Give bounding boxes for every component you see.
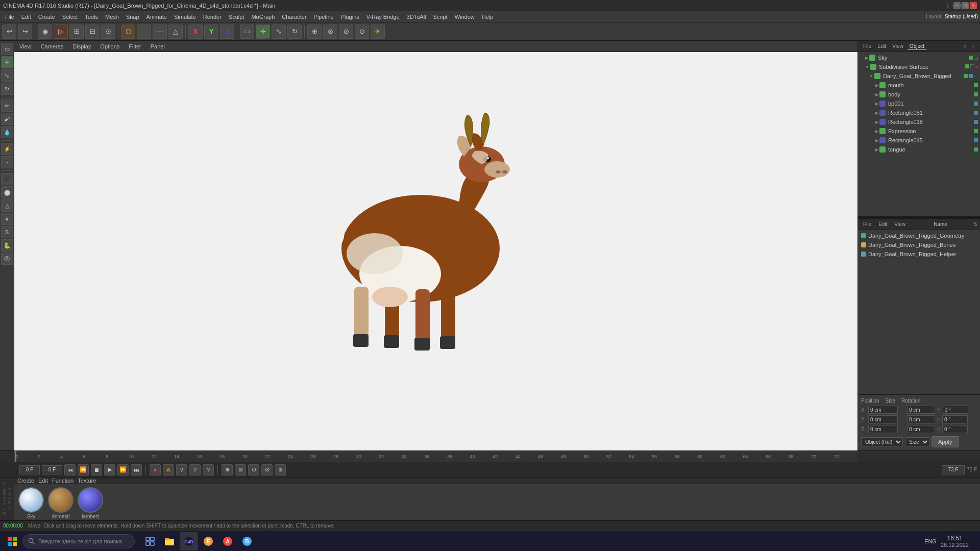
snap-button[interactable]: ⊕ bbox=[307, 24, 322, 39]
render-anim-button[interactable]: ⊟ bbox=[85, 24, 100, 39]
edge-mode-button[interactable]: — bbox=[153, 24, 167, 39]
lt-move-btn[interactable]: ✛ bbox=[1, 56, 13, 68]
lt-scale-btn[interactable]: ⤡ bbox=[1, 69, 13, 82]
scene-panel-icon-1[interactable]: ≡ bbox=[962, 43, 969, 50]
taskview-app[interactable] bbox=[141, 532, 159, 550]
notification-btn[interactable] bbox=[973, 532, 976, 550]
timeline-ruler[interactable]: 0 2 4 6 8 10 12 14 16 18 20 22 24 26 28 … bbox=[14, 451, 857, 462]
workplane-button[interactable]: ⊘ bbox=[339, 24, 353, 39]
menu-character[interactable]: Character bbox=[279, 13, 309, 21]
vp-menu-panel[interactable]: Panel bbox=[149, 42, 167, 51]
file-item-geometry[interactable]: Dairy_Goat_Brown_Rigged_Geometry bbox=[859, 231, 979, 240]
pb-btn-10[interactable]: ⊙ bbox=[248, 464, 259, 475]
tree-item-rect045[interactable]: ▶ Rectangle045 bbox=[859, 136, 979, 145]
menu-mograph[interactable]: MoGraph bbox=[248, 13, 278, 21]
menu-script[interactable]: Script bbox=[430, 13, 451, 21]
redo-button[interactable]: ↪ bbox=[18, 24, 32, 39]
menu-tools[interactable]: Tools bbox=[82, 13, 101, 21]
pb-btn-8[interactable]: ⊕ bbox=[222, 464, 233, 475]
lt-select-btn[interactable]: ▭ bbox=[1, 43, 13, 55]
menu-3dtoall[interactable]: 3DToAll bbox=[404, 13, 429, 21]
lt-sphere-btn[interactable]: ⬤ bbox=[1, 186, 13, 198]
menu-mesh[interactable]: Mesh bbox=[102, 13, 122, 21]
file-item-bones[interactable]: Dairy_Goat_Brown_Rigged_Bones bbox=[859, 240, 979, 249]
mat-menu-edit[interactable]: Edit bbox=[38, 478, 48, 484]
files-tab-edit[interactable]: Edit bbox=[876, 221, 889, 228]
subdiv-vis[interactable] bbox=[970, 64, 974, 68]
menu-window[interactable]: Window bbox=[452, 13, 478, 21]
size-x-input[interactable] bbox=[907, 406, 935, 414]
lambert-swatch[interactable] bbox=[78, 487, 103, 513]
size-z-input[interactable] bbox=[907, 425, 935, 433]
lt-cube-btn[interactable]: ⬛ bbox=[1, 173, 13, 185]
lt-python-btn[interactable]: 🐍 bbox=[1, 239, 13, 252]
vp-menu-filter[interactable]: Filter bbox=[127, 42, 143, 51]
menu-edit[interactable]: Edit bbox=[18, 13, 34, 21]
tree-item-rect018[interactable]: ▶ Rectangle018 bbox=[859, 117, 979, 127]
render-button[interactable]: ▷ bbox=[54, 24, 68, 39]
material-lambert[interactable]: lambert bbox=[78, 487, 103, 519]
lt-morph-btn[interactable]: ⓪ bbox=[1, 253, 13, 265]
menu-pipeline[interactable]: Pipeline bbox=[311, 13, 337, 21]
lt-bezier-btn[interactable]: S bbox=[1, 226, 13, 238]
explorer-app[interactable] bbox=[160, 532, 179, 550]
files-tab-view[interactable]: View bbox=[892, 221, 908, 228]
menu-create[interactable]: Create bbox=[35, 13, 58, 21]
lt-eyedrop-btn[interactable]: 💧 bbox=[1, 126, 13, 138]
app-5[interactable]: E bbox=[199, 532, 217, 550]
pos-z-input[interactable] bbox=[868, 425, 898, 433]
lt-smooth-btn[interactable]: ~ bbox=[1, 156, 13, 168]
frame-current-input[interactable] bbox=[42, 465, 62, 474]
start-button[interactable] bbox=[4, 533, 20, 549]
app-6[interactable]: A bbox=[218, 532, 237, 550]
pb-btn-6[interactable]: ? bbox=[189, 464, 201, 475]
tree-item-tongue[interactable]: ▶ tongue bbox=[859, 145, 979, 154]
z-axis-button[interactable]: Z bbox=[220, 24, 234, 39]
object-mode-button[interactable]: ⬡ bbox=[121, 24, 135, 39]
menu-render[interactable]: Render bbox=[200, 13, 225, 21]
app-7[interactable]: B bbox=[238, 532, 256, 550]
move-tool-button[interactable]: ✛ bbox=[256, 24, 270, 39]
vp-menu-view[interactable]: View bbox=[17, 42, 34, 51]
tree-item-expression[interactable]: ▶ Expression bbox=[859, 127, 979, 136]
tree-item-bp001[interactable]: ▶ bp001 bbox=[859, 99, 979, 108]
scene-panel-icon-2[interactable]: + bbox=[970, 43, 977, 50]
rot-h-input[interactable] bbox=[943, 406, 968, 414]
file-item-helper[interactable]: Dairy_Goat_Brown_Rigged_Helper bbox=[859, 249, 979, 259]
play-stop-btn[interactable]: ⏹ bbox=[91, 464, 102, 475]
play-begin-btn[interactable]: ⏮ bbox=[64, 464, 76, 475]
coords-button[interactable]: ⊙ bbox=[355, 24, 369, 39]
lt-pen-btn[interactable]: ✏ bbox=[1, 99, 13, 112]
scene-tab-object[interactable]: Object bbox=[908, 43, 926, 50]
record-btn[interactable]: ● bbox=[150, 464, 161, 475]
pb-btn-11[interactable]: ⊘ bbox=[261, 464, 273, 475]
play-play-btn[interactable]: ▶ bbox=[104, 464, 115, 475]
menu-animate[interactable]: Animate bbox=[143, 13, 170, 21]
mat-menu-texture[interactable]: Texture bbox=[78, 478, 96, 484]
point-mode-button[interactable]: · bbox=[137, 24, 151, 39]
scene-tab-file[interactable]: File bbox=[861, 43, 873, 49]
tree-item-body[interactable]: ▶ body bbox=[859, 90, 979, 99]
pb-btn-12[interactable]: ⊛ bbox=[275, 464, 286, 475]
light-button[interactable]: ☀ bbox=[371, 24, 385, 39]
menu-select[interactable]: Select bbox=[59, 13, 81, 21]
vp-menu-cameras[interactable]: Cameras bbox=[39, 42, 66, 51]
render-settings-button[interactable]: ⊙ bbox=[101, 24, 115, 39]
subdiv-close[interactable]: × bbox=[975, 64, 978, 69]
mat-menu-create[interactable]: Create bbox=[17, 478, 34, 484]
tree-item-subdivision[interactable]: ▼ Subdivision Surface × bbox=[859, 62, 979, 71]
size-y-input[interactable] bbox=[907, 415, 935, 423]
menu-snap[interactable]: Snap bbox=[123, 13, 142, 21]
rotate-tool-button[interactable]: ↻ bbox=[287, 24, 302, 39]
frame-start-input[interactable] bbox=[19, 465, 40, 474]
size-dropdown[interactable]: Size bbox=[905, 437, 929, 446]
apply-button[interactable]: Apply bbox=[932, 436, 959, 447]
c4d-app[interactable]: C4D bbox=[180, 532, 198, 550]
menu-vray[interactable]: V-Ray Bridge bbox=[363, 13, 403, 21]
menu-plugins[interactable]: Plugins bbox=[338, 13, 362, 21]
frame-end-input[interactable] bbox=[942, 465, 965, 474]
x-axis-button[interactable]: X bbox=[188, 24, 203, 39]
menu-sculpt[interactable]: Sculpt bbox=[226, 13, 248, 21]
pos-y-input[interactable] bbox=[868, 415, 898, 423]
taskbar-search[interactable]: Введите здесь текст для поиска bbox=[22, 534, 135, 548]
